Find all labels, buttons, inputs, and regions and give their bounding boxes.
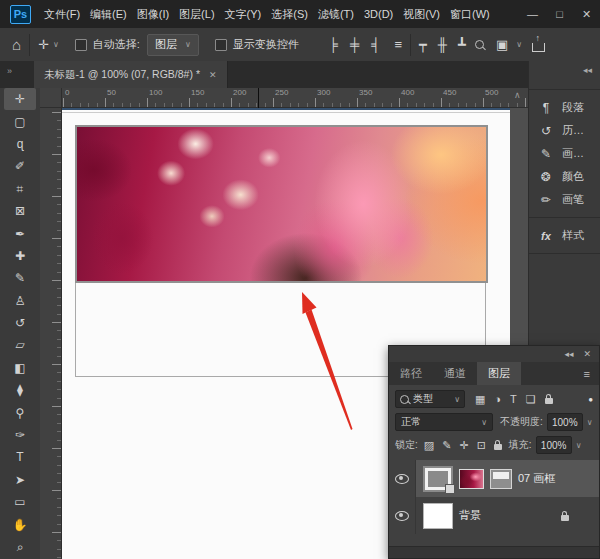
visibility-eye-icon[interactable] [395,511,409,521]
ruler-label: 300 [40,378,62,391]
tool-move[interactable]: ✛ [4,88,36,110]
tool-brush[interactable]: ✎ [4,267,36,289]
ruler-label: 100 [146,88,188,107]
panel-button-color[interactable]: ❂ 颜色 [529,165,600,188]
show-transform-checkbox[interactable] [215,39,227,51]
image-thumbnail[interactable] [459,469,484,489]
panel-button-brush-settings[interactable]: ✎ 画… [529,142,600,165]
workspace-icon[interactable]: ▣ [496,38,508,51]
distribute-horizontal-icon[interactable]: ╫ [438,38,447,51]
tool-lasso[interactable]: ɋ [4,133,36,155]
opacity-input[interactable]: 100% [547,413,583,431]
panel-button-history[interactable]: ↺ 历… [529,119,600,142]
lock-transparency-icon[interactable]: ▨ [424,440,434,451]
menu-layer[interactable]: 图层(L) [174,0,219,28]
minimize-button[interactable]: — [519,0,546,28]
tool-frame[interactable]: ⊠ [4,200,36,222]
lock-pixels-icon[interactable]: ✎ [442,440,451,451]
tool-pen[interactable]: ✑ [4,424,36,446]
chevron-down-icon[interactable]: ∨ [587,418,593,427]
toolbar-collapse-icon[interactable]: » [7,66,12,76]
close-button[interactable]: ✕ [573,0,600,28]
menu-select[interactable]: 选择(S) [266,0,313,28]
scrollbar-up-icon[interactable]: ∧ [514,90,521,100]
tool-healing-brush[interactable]: ✚ [4,245,36,267]
align-bottom-icon[interactable]: ┻ [458,38,466,51]
filter-smart-objects-icon[interactable] [545,398,553,404]
menu-type[interactable]: 文字(Y) [220,0,267,28]
lock-artboard-icon[interactable]: ⊡ [477,440,486,451]
tool-dodge[interactable]: ⚲ [4,401,36,423]
menu-filter[interactable]: 滤镜(T) [313,0,359,28]
share-icon[interactable] [532,43,545,52]
menu-image[interactable]: 图像(I) [132,0,174,28]
filter-adjustment-layers-icon[interactable]: ◑ [494,394,501,405]
tool-marquee[interactable]: ▢ [4,110,36,132]
tool-zoom[interactable]: ⌕ [4,536,36,558]
placed-flower-image[interactable] [75,125,488,283]
home-icon[interactable]: ⌂ [12,37,21,52]
panel-button-paragraph[interactable]: ¶ 段落 [529,96,600,119]
tab-layers[interactable]: 图层 [477,362,521,385]
filter-type-layers-icon[interactable]: T [510,394,517,405]
tab-channels[interactable]: 通道 [433,362,477,385]
align-center-icon[interactable]: ╪ [350,38,359,51]
chevron-down-icon[interactable]: ∨ [516,40,522,49]
align-left-icon[interactable]: ╞ [329,38,338,51]
auto-select-checkbox[interactable] [75,39,87,51]
tool-rectangle[interactable]: ▭ [4,491,36,513]
tool-gradient[interactable]: ◧ [4,357,36,379]
align-right-icon[interactable]: ╡ [371,38,380,51]
panel-menu-icon[interactable]: ≡ [584,362,599,385]
filter-type-dropdown[interactable]: 类型 ∨ [395,390,465,408]
filter-toggle-icon[interactable]: ● [588,395,593,404]
document-tab[interactable]: 未标题-1 @ 100% (07, RGB/8#) * ✕ [34,61,228,88]
tool-eyedropper[interactable]: ✒ [4,222,36,244]
distribute-icon[interactable]: ≡ [394,38,402,51]
background-thumbnail[interactable] [423,503,453,529]
horizontal-ruler[interactable]: 0 50 100 150 200 250 300 350 400 450 500 [62,88,528,108]
lock-position-icon[interactable]: ✛ [459,440,468,451]
panel-button-brushes[interactable]: ✏ 画笔 [529,188,600,211]
dock-collapse-icon[interactable]: ◂◂ [583,65,592,75]
filter-pixel-layers-icon[interactable]: ▦ [475,394,485,405]
maximize-button[interactable]: □ [546,0,573,28]
tool-eraser[interactable]: ▱ [4,334,36,356]
visibility-eye-icon[interactable] [395,474,409,484]
menu-3d[interactable]: 3D(D) [359,0,398,28]
move-tool-icon[interactable]: ✛ [38,38,49,51]
layer-name[interactable]: 背景 [459,508,481,523]
search-icon[interactable] [475,40,484,49]
frame-layer-thumbnail[interactable] [423,466,453,492]
tool-blur[interactable]: ⧫ [4,379,36,401]
tool-clone-stamp[interactable]: ♙ [4,290,36,312]
tab-paths[interactable]: 路径 [389,362,433,385]
filter-shape-layers-icon[interactable]: ❏ [526,394,536,405]
layer-row-background[interactable]: 背景 [389,497,599,534]
tool-type[interactable]: T [4,446,36,468]
layer-row-frame[interactable]: 07 画框 [389,460,599,497]
tab-close-icon[interactable]: ✕ [209,70,217,80]
fill-input[interactable]: 100% [536,436,572,454]
menu-edit[interactable]: 编辑(E) [85,0,132,28]
menu-view[interactable]: 视图(V) [398,0,445,28]
auto-select-dropdown[interactable]: 图层 ∨ [147,34,199,56]
vertical-ruler[interactable]: 0 50 100 150 200 250 300 350 400 450 500 [40,108,62,559]
chevron-down-icon[interactable]: ∨ [53,40,59,49]
frame-mask-thumbnail[interactable] [490,469,512,489]
tool-path-select[interactable]: ➤ [4,469,36,491]
chevron-down-icon[interactable]: ∨ [576,441,582,450]
align-top-icon[interactable]: ┯ [419,38,427,51]
tool-hand[interactable]: ✋ [4,513,36,535]
panel-close-icon[interactable]: ✕ [583,349,591,359]
tool-history-brush[interactable]: ↺ [4,312,36,334]
layer-name[interactable]: 07 画框 [518,471,555,486]
panel-collapse-icon[interactable]: ◂◂ [564,349,573,359]
lock-all-icon[interactable] [494,444,502,450]
tool-crop[interactable]: ⌗ [4,178,36,200]
blend-mode-dropdown[interactable]: 正常 ∨ [395,413,493,431]
menu-window[interactable]: 窗口(W) [445,0,495,28]
panel-button-styles[interactable]: fx 样式 [529,224,600,247]
tool-quick-select[interactable]: ✐ [4,155,36,177]
menu-file[interactable]: 文件(F) [39,0,85,28]
